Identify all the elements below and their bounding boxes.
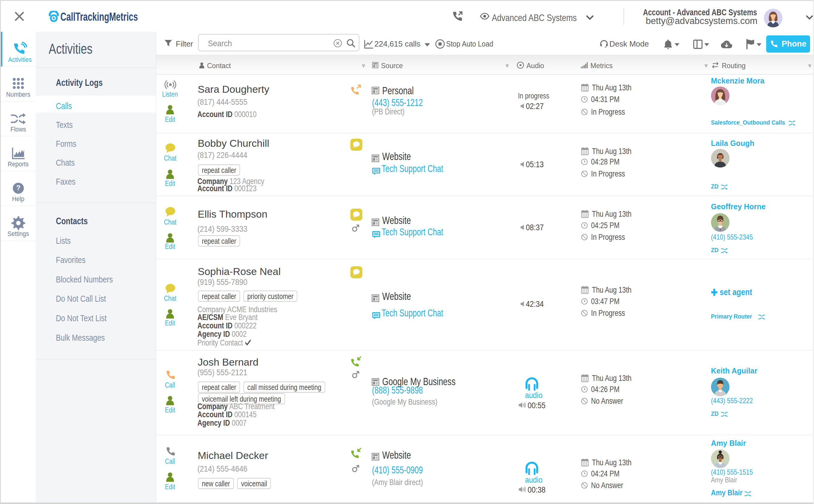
svg-text:?: ? (16, 184, 20, 192)
